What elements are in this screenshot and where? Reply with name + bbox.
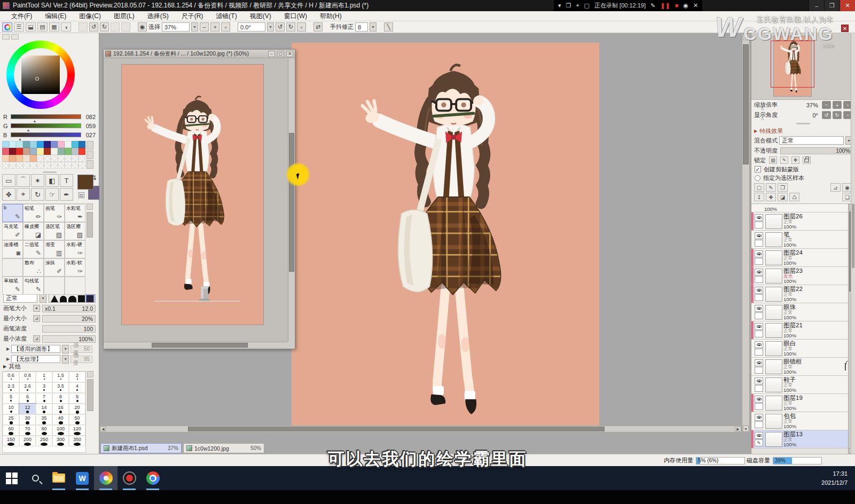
color-swatch[interactable] — [51, 148, 58, 155]
color-swatch[interactable] — [44, 162, 51, 169]
menu-item-帮[interactable]: 帮助(H) — [314, 12, 348, 21]
reference-canvas[interactable] — [104, 58, 288, 342]
size-preset-16[interactable]: 16 — [52, 404, 69, 414]
main-canvas[interactable] — [292, 43, 599, 432]
reference-window[interactable]: 192.168.1.254 / 备份资料 / ... / 1c0w1200.jp… — [103, 49, 295, 349]
color-swatch[interactable] — [37, 162, 44, 169]
texture-strength-bar[interactable]: 强度95 — [70, 356, 92, 363]
angle-dropdown[interactable]: ▾ — [267, 22, 274, 32]
saturation-value-box[interactable] — [21, 56, 60, 94]
shape-select-tool[interactable]: ◧ — [45, 174, 59, 187]
size-preset-200[interactable]: 200 — [19, 436, 36, 446]
zoom-tool[interactable]: ⌖ — [17, 188, 30, 201]
size-preset-150[interactable]: 150 — [3, 436, 19, 446]
color-swatch[interactable] — [65, 162, 72, 169]
size-preset-25[interactable]: 25 — [3, 414, 19, 425]
eyedropper-tool[interactable]: ✒ — [60, 188, 73, 201]
layer-row-鞋子[interactable]: 鞋子正常100% — [751, 376, 848, 394]
nav-zoom-out-button[interactable]: − — [822, 101, 831, 109]
layer-extra-toggle[interactable] — [755, 276, 763, 283]
layer-extra-toggle[interactable] — [755, 421, 763, 428]
magic-wand-tool[interactable]: ✶ — [31, 174, 44, 187]
color-swatch[interactable] — [37, 141, 44, 148]
brush-shape-select[interactable]: 【通用的圆形】 — [11, 345, 60, 353]
lock-pixels-icon[interactable]: ✎ — [780, 156, 788, 164]
layer-extra-toggle[interactable] — [755, 294, 763, 301]
selection-sample-row[interactable]: 指定为选区样本 — [751, 174, 855, 182]
nav-zoom-in-button[interactable]: ＋ — [833, 101, 842, 109]
layer-visibility-toggle[interactable] — [755, 214, 763, 221]
layer-extra-toggle[interactable] — [755, 403, 763, 410]
size-preset-300[interactable]: 300 — [52, 436, 69, 446]
size-preset-120[interactable]: 120 — [69, 425, 85, 436]
brush-texture-select[interactable]: 【无纹理】 — [11, 355, 60, 363]
r-slider[interactable]: ▲ — [11, 114, 81, 119]
stabilizer-dropdown[interactable]: ▾ — [370, 22, 376, 32]
move-tool[interactable]: ✥ — [2, 188, 15, 201]
size-preset-20[interactable]: 20 — [69, 404, 85, 414]
layer-row-笔[interactable]: 笔正常100% — [751, 231, 848, 249]
layer-extra-toggle[interactable] — [755, 385, 763, 392]
color-swatch[interactable] — [58, 155, 65, 162]
recorder-pause-icon[interactable]: ❚❚ — [660, 0, 670, 11]
special-effects-section[interactable]: ▶特殊效果 — [751, 127, 855, 135]
transform-button[interactable]: ⊿ — [830, 183, 841, 192]
brush-马克笔[interactable]: 马克笔✐ — [2, 222, 23, 240]
color-swatch[interactable] — [79, 155, 85, 162]
recorder-stop-icon[interactable]: ■ — [675, 0, 679, 11]
color-swatch[interactable] — [58, 141, 65, 148]
brush-二值笔[interactable]: 二值笔✎ — [23, 240, 44, 258]
others-section[interactable]: ▶其他 — [0, 363, 99, 371]
size-preset-5[interactable]: 5 — [3, 393, 19, 404]
color-swatch[interactable] — [16, 141, 23, 148]
layer-extra-toggle[interactable] — [755, 349, 763, 356]
min-size-pressure-toggle[interactable]: ⊿ — [33, 315, 40, 322]
color-swatch[interactable] — [9, 148, 16, 155]
blend-mode-select[interactable]: 正常 — [779, 136, 844, 145]
color-swatch[interactable] — [72, 162, 79, 169]
size-preset-60[interactable]: 60 — [3, 425, 19, 436]
stabilizer-field[interactable]: 8 — [355, 22, 368, 32]
zoom-out-button[interactable]: − — [200, 22, 209, 32]
layer-row-partial[interactable]: 100% — [751, 204, 848, 212]
layer-row-图层24[interactable]: 图层24正常100% — [751, 249, 848, 267]
reference-resize-grip[interactable] — [288, 342, 295, 349]
layer-visibility-toggle[interactable] — [755, 232, 763, 239]
canvas-vertical-scrollbar[interactable]: ▲ ▼ — [742, 33, 750, 432]
redo-button[interactable]: ↻ — [100, 22, 109, 32]
min-size-bar[interactable]: 20% — [42, 315, 96, 322]
color-swatch[interactable] — [23, 162, 30, 169]
reference-maximize-button[interactable]: ▢ — [277, 51, 284, 57]
panel-toggle-5[interactable]: ◑ — [61, 22, 71, 32]
panel-toggle-4[interactable]: ▦ — [49, 22, 59, 32]
mixer-tab[interactable] — [11, 34, 19, 40]
new-sketch-layer-button[interactable]: ✎ — [766, 183, 776, 192]
reference-close-button[interactable]: ✕ — [286, 51, 293, 57]
layer-row-眼白[interactable]: 眼白正常100% — [751, 340, 848, 358]
color-swatch[interactable] — [30, 141, 37, 148]
size-preset-6[interactable]: 6 — [19, 393, 36, 404]
size-preset-1.5[interactable]: 1.5 — [52, 372, 69, 382]
brush-水彩-硬[interactable]: 水彩-硬✑ — [65, 240, 85, 258]
color-swatch[interactable] — [23, 141, 30, 148]
brush-水彩-软[interactable]: 水彩-软✑ — [65, 258, 85, 277]
selection-sample-radio[interactable] — [755, 175, 760, 181]
panel-toggle-1[interactable]: ☰ — [14, 22, 24, 32]
merge-down-button[interactable]: ↧ — [754, 193, 764, 201]
layer-extra-toggle[interactable]: ✎ — [755, 439, 763, 446]
size-preset-2.6[interactable]: 2.6 — [19, 382, 36, 393]
color-swatch[interactable] — [30, 162, 37, 169]
taskbar-clock[interactable]: 17:31 2021/12/7 — [821, 469, 848, 487]
line-tool-icon[interactable]: ╲ — [384, 22, 393, 32]
brush-b[interactable]: b✎ — [2, 204, 23, 222]
zoom-reset-button[interactable]: ▫ — [221, 22, 230, 32]
reference-horizontal-scrollbar[interactable] — [104, 342, 288, 349]
flip-button[interactable]: ⇄ — [313, 22, 323, 32]
wheel-tab[interactable] — [2, 34, 10, 40]
size-preset-80[interactable]: 80 — [36, 425, 52, 436]
layer-row-图层22[interactable]: 图层22正常100% — [751, 285, 848, 303]
layer-visibility-toggle[interactable] — [755, 269, 763, 275]
layer-row-眼镜框[interactable]: 眼镜框正常100% — [751, 358, 848, 376]
size-preset-350[interactable]: 350 — [69, 436, 85, 446]
menu-item-图[interactable]: 图像(C) — [73, 12, 107, 21]
